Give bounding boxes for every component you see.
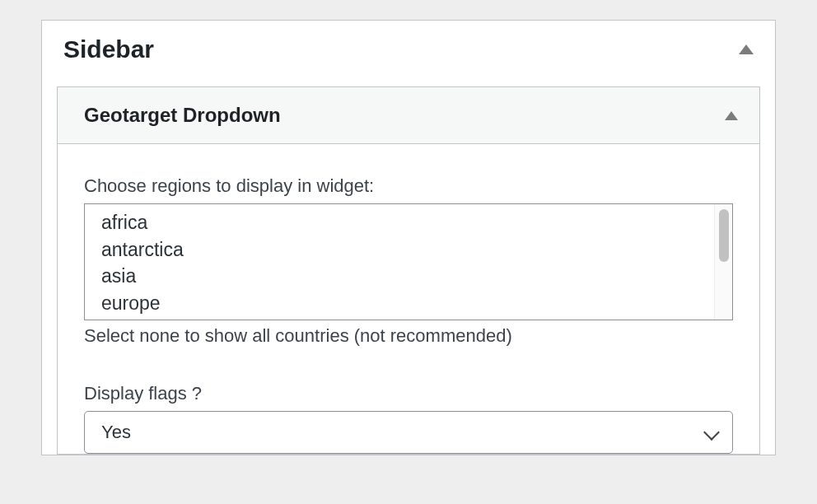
list-item[interactable]: africa: [101, 209, 698, 236]
flags-label: Display flags ?: [84, 383, 733, 404]
regions-label: Choose regions to display in widget:: [84, 175, 733, 197]
flags-select-value: Yes: [101, 422, 704, 443]
regions-multiselect[interactable]: africa antarctica asia europe: [84, 203, 733, 320]
list-item[interactable]: antarctica: [101, 236, 698, 264]
widget-geotarget-dropdown: Geotarget Dropdown Choose regions to dis…: [57, 86, 760, 455]
widget-header[interactable]: Geotarget Dropdown: [58, 87, 759, 144]
scrollbar-thumb[interactable]: [719, 209, 729, 262]
chevron-down-icon: [704, 427, 716, 438]
regions-help-text: Select none to show all countries (not r…: [84, 325, 733, 347]
regions-listbox[interactable]: africa antarctica asia europe: [85, 204, 714, 320]
collapse-icon[interactable]: [739, 44, 754, 54]
widget-title: Geotarget Dropdown: [84, 104, 281, 127]
scrollbar[interactable]: [714, 204, 732, 320]
list-item[interactable]: europe: [101, 290, 698, 317]
sidebar-panel: Sidebar Geotarget Dropdown Choose region…: [41, 20, 776, 455]
flags-select[interactable]: Yes: [84, 411, 733, 454]
widget-body: Choose regions to display in widget: afr…: [58, 144, 759, 454]
collapse-icon[interactable]: [725, 111, 738, 120]
panel-title: Sidebar: [63, 35, 154, 63]
panel-header[interactable]: Sidebar: [42, 21, 775, 86]
list-item[interactable]: asia: [101, 263, 698, 290]
